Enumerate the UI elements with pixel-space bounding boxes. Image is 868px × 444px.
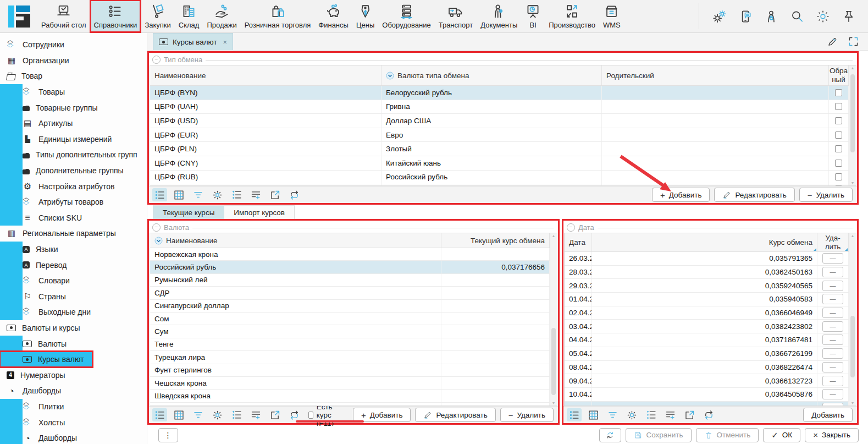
scrollbar-thumb[interactable]: [850, 74, 855, 152]
row-delete-button[interactable]: —: [822, 403, 843, 405]
menu-item-cart[interactable]: Закупки: [141, 0, 174, 32]
subtab[interactable]: Текущие курсы: [153, 205, 224, 220]
settings-small-button[interactable]: [210, 188, 225, 201]
reverse-checkbox[interactable]: [835, 160, 842, 167]
settings-small-button[interactable]: [210, 408, 225, 421]
sidebar-item[interactable]: Нумераторы: [0, 367, 147, 383]
add-button[interactable]: + Добавить: [652, 188, 710, 202]
filter-button[interactable]: [191, 408, 206, 421]
menu-item-equipment[interactable]: Оборудование: [378, 0, 434, 32]
scroll-up-icon[interactable]: ▲: [552, 234, 556, 238]
tab-exchange-rates[interactable]: Курсы валют ×: [153, 33, 233, 50]
sidebar-item[interactable]: Сотрудники: [0, 37, 147, 53]
row-delete-button[interactable]: —: [822, 335, 843, 345]
sidebar-item[interactable]: Валюты: [0, 336, 23, 352]
row-delete-button[interactable]: —: [822, 308, 843, 318]
filter-button[interactable]: [191, 188, 206, 201]
save-button[interactable]: Сохранить: [626, 428, 692, 442]
table-row[interactable]: 09.04.260,0366132723—: [565, 374, 849, 388]
subtab[interactable]: Импорт курсов: [224, 205, 295, 220]
add-button[interactable]: + Добавить: [353, 408, 411, 422]
table-row[interactable]: ЦБРФ (RUB)Российский рубль: [150, 171, 849, 185]
reverse-checkbox[interactable]: [835, 173, 842, 180]
collapse-icon[interactable]: −: [152, 223, 161, 232]
reverse-checkbox[interactable]: [835, 117, 842, 124]
menu-item-refs[interactable]: Справочники: [90, 0, 141, 32]
row-delete-button[interactable]: —: [822, 376, 843, 386]
menu-item-transport[interactable]: Транспорт: [435, 0, 477, 32]
column-header-delete[interactable]: Уда-лить: [817, 233, 849, 251]
sidebar-item[interactable]: Выходные дни: [0, 304, 23, 320]
table-row[interactable]: 28.03.260,0362450163—: [565, 266, 849, 279]
sidebar-item[interactable]: Товарные группы: [0, 100, 23, 116]
table-row[interactable]: ЦБРФ (USD)Доллар США: [150, 114, 849, 128]
theme-button[interactable]: [816, 9, 830, 24]
column-header-name[interactable]: Наименование: [150, 65, 382, 85]
more-actions-button[interactable]: ⋮: [158, 428, 178, 442]
sidebar-item[interactable]: Региональные параметры: [0, 226, 147, 242]
sidebar-item[interactable]: Настройка атрибутов: [0, 178, 23, 194]
settings-button[interactable]: [712, 9, 727, 24]
table-row[interactable]: 05.04.260,0366726199—: [565, 347, 849, 361]
sidebar-item[interactable]: Дашборды: [0, 430, 23, 444]
column-header-current-rate[interactable]: Текущий курс обмена: [441, 233, 550, 248]
scroll-up-icon[interactable]: ▲: [851, 234, 855, 238]
edit-form-icon[interactable]: [827, 36, 838, 47]
sidebar-item[interactable]: Списки SKU: [0, 210, 23, 226]
table-row[interactable]: 29.03.260,0359240565—: [565, 279, 849, 293]
table-row[interactable]: ЦБРФ (EUR)Евро: [150, 128, 849, 142]
table-row[interactable]: Чешская крона: [150, 377, 550, 390]
add-list-button[interactable]: [248, 188, 263, 201]
sidebar-item[interactable]: Товары: [0, 84, 23, 100]
column-header-currency[interactable]: Валюта типа обмена: [382, 65, 602, 85]
column-header-reverse[interactable]: Обраный: [829, 65, 849, 85]
grid-view-button[interactable]: [172, 188, 186, 201]
table-row[interactable]: ЦБРФ (PLN)Злотый: [150, 142, 849, 156]
grid-view-button[interactable]: [172, 408, 186, 421]
menu-item-finance[interactable]: Финансы: [314, 0, 352, 32]
scroll-down-icon[interactable]: ▼: [851, 401, 855, 405]
table-row[interactable]: Сингапурский доллар: [150, 300, 550, 313]
table-row[interactable]: 26.03.260,035791365—: [565, 252, 849, 266]
sidebar-item[interactable]: Артикулы: [0, 116, 23, 131]
table-row[interactable]: Норвежская крона: [150, 248, 550, 261]
collapse-icon[interactable]: −: [152, 56, 161, 64]
pin-button[interactable]: [842, 9, 856, 24]
table-row[interactable]: Сом: [150, 313, 550, 325]
table-row[interactable]: Фунт стерлингов: [150, 364, 550, 377]
refresh-button[interactable]: [701, 408, 716, 421]
has-rate-checkbox[interactable]: [308, 412, 313, 419]
feedback-button[interactable]: [738, 9, 753, 24]
list-view-button[interactable]: [152, 408, 167, 421]
ok-button[interactable]: ✓ ОК: [763, 428, 800, 442]
reverse-checkbox[interactable]: [835, 145, 842, 152]
refresh-button[interactable]: [287, 188, 302, 201]
add-button[interactable]: Добавить: [803, 408, 853, 422]
menu-item-sales[interactable]: Продажи: [203, 0, 240, 32]
open-in-new-button[interactable]: [268, 408, 283, 421]
sidebar-item[interactable]: Холсты: [0, 414, 23, 430]
sidebar-item[interactable]: Валюты и курсы: [0, 320, 147, 336]
close-button[interactable]: × Закрыть: [805, 428, 859, 442]
reverse-checkbox[interactable]: [835, 89, 842, 96]
row-delete-button[interactable]: —: [822, 294, 843, 304]
table-row[interactable]: ЦБРФ (CNY)Китайский юань: [150, 156, 849, 171]
table-row[interactable]: Швейцарский франк: [150, 403, 550, 405]
reverse-checkbox[interactable]: [835, 131, 842, 139]
table-row[interactable]: СДР: [150, 287, 550, 299]
open-in-new-button[interactable]: [682, 408, 697, 421]
row-delete-button[interactable]: —: [822, 267, 843, 277]
row-delete-button[interactable]: —: [822, 348, 843, 359]
settings-small-button[interactable]: [624, 408, 639, 421]
table-row[interactable]: 03.04.260,0382423802—: [565, 320, 849, 333]
scroll-down-icon[interactable]: ▼: [552, 401, 556, 405]
table-row[interactable]: 04.04.260,0371867481—: [565, 333, 849, 347]
table-row[interactable]: 01.04.260,035940583—: [565, 293, 849, 306]
collapse-icon[interactable]: −: [567, 223, 575, 232]
sidebar-item[interactable]: Страны: [0, 289, 23, 305]
reverse-checkbox[interactable]: [835, 103, 842, 110]
sidebar-item[interactable]: Плитки: [0, 399, 23, 415]
column-header-date[interactable]: Дата: [565, 233, 592, 251]
table-row[interactable]: ЦБРФ (BYN)Белорусский рубль: [150, 86, 849, 100]
fullscreen-icon[interactable]: [848, 36, 859, 47]
